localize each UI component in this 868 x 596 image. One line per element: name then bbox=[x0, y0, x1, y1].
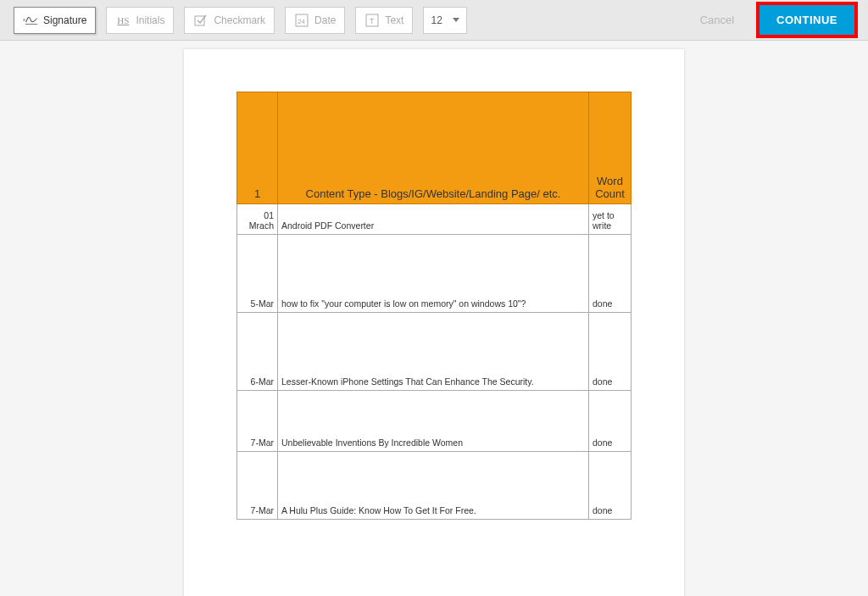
cell-status: done bbox=[589, 391, 632, 452]
date-button[interactable]: 24 Date bbox=[285, 7, 345, 34]
svg-rect-2 bbox=[195, 16, 204, 25]
checkmark-button[interactable]: Checkmark bbox=[184, 7, 275, 34]
date-icon: 24 bbox=[294, 13, 309, 28]
cell-status: done bbox=[589, 452, 632, 520]
initials-icon: HS bbox=[115, 13, 131, 28]
cell-date: 7-Mar bbox=[237, 452, 278, 520]
initials-label: Initials bbox=[136, 14, 164, 26]
checkmark-label: Checkmark bbox=[214, 14, 265, 26]
text-label: Text bbox=[385, 14, 403, 26]
cell-date: 01 Mrach bbox=[237, 204, 278, 235]
table-row: 7-Mar A Hulu Plus Guide: Know How To Get… bbox=[237, 452, 632, 520]
table-header-word-count: Word Count bbox=[589, 92, 632, 204]
table-header-index: 1 bbox=[237, 92, 278, 204]
signature-icon: x bbox=[23, 13, 38, 28]
continue-button[interactable]: CONTINUE bbox=[760, 5, 854, 35]
cell-date: 5-Mar bbox=[237, 235, 278, 313]
cell-content: Android PDF Converter bbox=[278, 204, 589, 235]
toolbar: x Signature HS Initials Checkmark 24 Dat… bbox=[0, 0, 868, 41]
cell-status: done bbox=[589, 313, 632, 391]
checkmark-icon bbox=[193, 13, 209, 28]
cancel-button[interactable]: Cancel bbox=[700, 14, 734, 26]
table-row: 7-Mar Unbelievable Inventions By Incredi… bbox=[237, 391, 632, 452]
svg-text:x: x bbox=[23, 16, 25, 21]
svg-text:24: 24 bbox=[298, 18, 305, 25]
initials-button[interactable]: HS Initials bbox=[106, 7, 174, 34]
signature-label: Signature bbox=[43, 14, 86, 26]
chevron-down-icon bbox=[453, 18, 459, 22]
cell-date: 7-Mar bbox=[237, 391, 278, 452]
font-size-dropdown[interactable]: 12 bbox=[423, 7, 467, 34]
signature-button[interactable]: x Signature bbox=[14, 7, 96, 34]
date-label: Date bbox=[314, 14, 336, 26]
cell-content: A Hulu Plus Guide: Know How To Get It Fo… bbox=[278, 452, 589, 520]
cell-content: Lesser-Known iPhone Settings That Can En… bbox=[278, 313, 589, 391]
font-size-value: 12 bbox=[431, 14, 442, 26]
table-row: 01 Mrach Android PDF Converter yet to wr… bbox=[237, 204, 632, 235]
document-page: 1 Content Type - Blogs/IG/Website/Landin… bbox=[184, 49, 684, 596]
cell-content: Unbelievable Inventions By Incredible Wo… bbox=[278, 391, 589, 452]
text-icon: T bbox=[364, 13, 380, 28]
table-row: 6-Mar Lesser-Known iPhone Settings That … bbox=[237, 313, 632, 391]
content-table: 1 Content Type - Blogs/IG/Website/Landin… bbox=[236, 92, 632, 520]
svg-text:T: T bbox=[370, 17, 375, 25]
table-header-content-type: Content Type - Blogs/IG/Website/Landing … bbox=[278, 92, 589, 204]
document-canvas[interactable]: 1 Content Type - Blogs/IG/Website/Landin… bbox=[0, 41, 868, 596]
cell-status: done bbox=[589, 235, 632, 313]
cell-status: yet to write bbox=[589, 204, 632, 235]
table-row: 5-Mar how to fix "your computer is low o… bbox=[237, 235, 632, 313]
cell-content: how to fix "your computer is low on memo… bbox=[278, 235, 589, 313]
text-button[interactable]: T Text bbox=[355, 7, 413, 34]
cell-date: 6-Mar bbox=[237, 313, 278, 391]
